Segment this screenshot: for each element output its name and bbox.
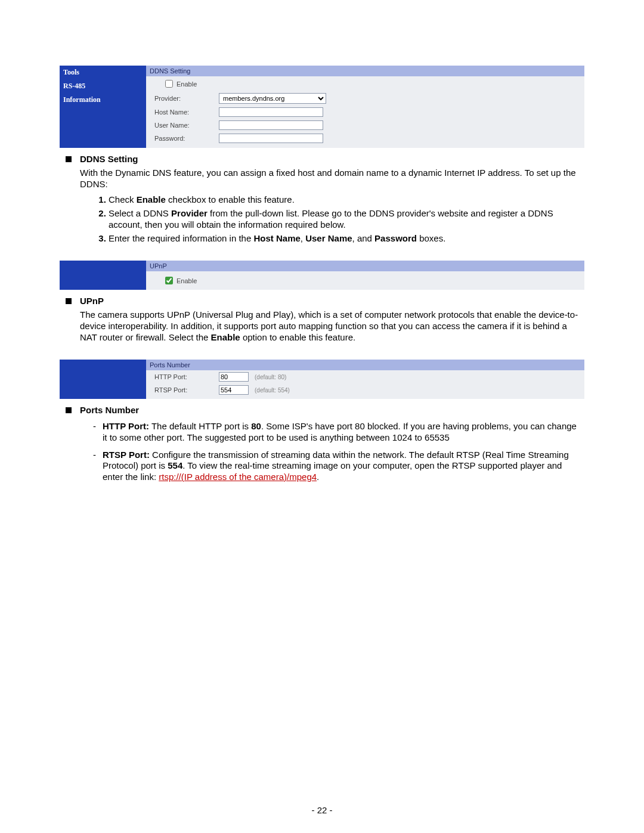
ports-config: Ports Number HTTP Port: (default: 80) RT…: [146, 360, 584, 399]
ports-http-item: HTTP Port: The default HTTP port is 80. …: [93, 421, 578, 444]
ddns-intro: With the Dynamic DNS feature, you can as…: [80, 168, 578, 190]
rtsp-port-default: (default: 554): [249, 387, 290, 394]
ddns-doc: DDNS Setting With the Dynamic DNS featur…: [60, 154, 584, 244]
sidebar: Tools RS-485 Information: [60, 66, 146, 148]
ddns-section-title: DDNS Setting: [146, 66, 584, 76]
username-label: User Name:: [154, 122, 219, 129]
sidebar-item-rs485[interactable]: RS-485: [60, 79, 146, 93]
ddns-step-2: Select a DDNS Provider from the pull-dow…: [109, 208, 578, 231]
username-input[interactable]: [219, 120, 323, 130]
ports-panel: Ports Number HTTP Port: (default: 80) RT…: [60, 360, 584, 399]
ddns-enable-checkbox[interactable]: [165, 80, 173, 88]
http-port-input[interactable]: [219, 372, 249, 382]
sidebar-empty: [60, 261, 146, 290]
upnp-enable-label: Enable: [177, 277, 197, 284]
ddns-enable-label: Enable: [177, 80, 197, 88]
rtsp-port-input[interactable]: [219, 385, 249, 395]
hostname-input[interactable]: [219, 107, 323, 117]
square-bullet-icon: [66, 298, 72, 304]
rtsp-link[interactable]: rtsp://(IP address of the camera)/mpeg4: [159, 472, 317, 482]
ddns-heading: DDNS Setting: [80, 154, 138, 165]
square-bullet-icon: [66, 407, 72, 413]
provider-select[interactable]: members.dyndns.org: [219, 93, 326, 104]
square-bullet-icon: [66, 156, 72, 162]
rtsp-port-label: RTSP Port:: [154, 386, 219, 394]
upnp-panel: UPnP Enable: [60, 261, 584, 290]
ddns-step-1: Check Enable checkbox to enable this fea…: [109, 194, 578, 206]
page-number: - 22 -: [0, 805, 644, 815]
http-port-default: (default: 80): [249, 374, 286, 380]
ports-section-title: Ports Number: [146, 360, 584, 370]
upnp-enable-checkbox[interactable]: [165, 277, 173, 284]
upnp-config: UPnP Enable: [146, 261, 584, 290]
ports-doc: Ports Number HTTP Port: The default HTTP…: [60, 405, 584, 483]
sidebar-empty: [60, 360, 146, 399]
upnp-doc: UPnP The camera supports UPnP (Universal…: [60, 296, 584, 343]
hostname-label: Host Name:: [154, 109, 219, 116]
ddns-steps: Check Enable checkbox to enable this fea…: [98, 194, 584, 244]
upnp-section-title: UPnP: [146, 261, 584, 271]
ports-heading: Ports Number: [80, 405, 139, 416]
upnp-heading: UPnP: [80, 296, 104, 307]
sidebar-item-tools[interactable]: Tools: [60, 66, 146, 79]
password-label: Password:: [154, 135, 219, 142]
provider-label: Provider:: [154, 95, 219, 102]
ports-rtsp-item: RTSP Port: Configure the transmission of…: [93, 450, 578, 483]
ddns-config: DDNS Setting Enable Provider: members.dy…: [146, 66, 584, 148]
sidebar-item-information[interactable]: Information: [60, 93, 146, 107]
ddns-panel: Tools RS-485 Information DDNS Setting En…: [60, 66, 584, 148]
upnp-text: The camera supports UPnP (Universal Plug…: [80, 309, 578, 343]
http-port-label: HTTP Port:: [154, 373, 219, 380]
ddns-step-3: Enter the required information in the Ho…: [109, 233, 578, 244]
password-input[interactable]: [219, 134, 323, 143]
ports-list: HTTP Port: The default HTTP port is 80. …: [93, 421, 584, 483]
